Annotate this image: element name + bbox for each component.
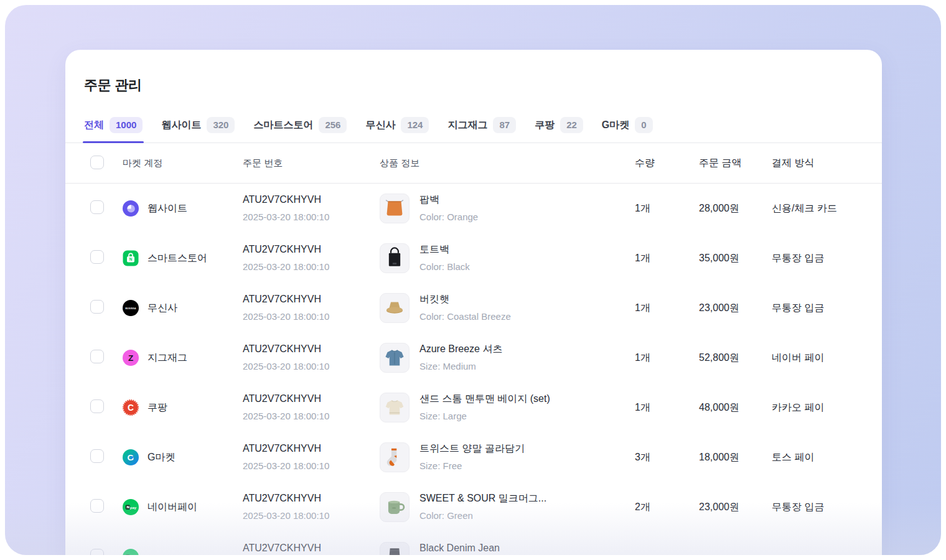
tab-count-badge: 0 (635, 117, 652, 133)
page-background: 주문 관리 전체 1000 웹사이트 320 스마트스토어 256 무신사 12… (0, 0, 946, 560)
lavender-backdrop: 주문 관리 전체 1000 웹사이트 320 스마트스토어 256 무신사 12… (5, 5, 941, 555)
product-name: 버킷햇 (419, 292, 511, 307)
tab-count-badge: 22 (560, 117, 583, 133)
header-order-number: 주문 번호 (243, 157, 380, 169)
tab-website[interactable]: 웹사이트 320 (161, 117, 235, 133)
tab-gmarket[interactable]: G마켓 0 (602, 117, 653, 133)
tab-musinsa[interactable]: 무신사 124 (365, 117, 429, 133)
order-number: ATU2V7CKHYVH (243, 391, 380, 406)
bucket-hat-image (380, 293, 410, 323)
black-jeans-image (380, 542, 410, 555)
tab-coupang[interactable]: 쿠팡 22 (535, 117, 583, 133)
tab-label: 쿠팡 (535, 119, 555, 132)
order-date: 2025-03-20 18:00:10 (243, 508, 380, 523)
svg-text:Z: Z (128, 353, 133, 363)
product-attribute: Size: Medium (419, 359, 502, 374)
row-checkbox[interactable] (90, 499, 104, 513)
product-attribute: Color: Black (419, 259, 470, 274)
svg-text:MUSINSA: MUSINSA (125, 307, 136, 310)
header-product-info: 상품 정보 (380, 157, 629, 169)
order-amount: 23,000원 (693, 302, 766, 315)
orange-pouch-image (380, 194, 410, 223)
order-management-card: 주문 관리 전체 1000 웹사이트 320 스마트스토어 256 무신사 12… (65, 50, 882, 555)
tab-smartstore[interactable]: 스마트스토어 256 (253, 117, 347, 133)
header-market: 마켓 계정 (123, 157, 243, 169)
quantity: 3개 (629, 451, 693, 464)
row-checkbox[interactable] (90, 399, 104, 413)
tab-all[interactable]: 전체 1000 (84, 117, 143, 133)
tab-count-badge: 320 (207, 117, 235, 133)
quantity: 1개 (629, 252, 693, 265)
payment-method: 네이버 페이 (766, 352, 863, 365)
market-name: 네이버페이 (148, 501, 197, 514)
order-number: ATU2V7CKHYVH (243, 491, 380, 506)
market-name: 지그재그 (148, 352, 187, 365)
table-row: 웹사이트 ATU2V7CKHYVH 2025-03-20 18:00:10 팝백… (84, 184, 863, 233)
order-number: ATU2V7CKHYVH (243, 242, 380, 257)
market-name: 스마트스토어 (148, 252, 207, 265)
payment-method: 토스 페이 (766, 451, 863, 464)
tab-zigzag[interactable]: 지그재그 87 (447, 117, 516, 133)
quantity: 2개 (629, 501, 693, 514)
tab-label: 무신사 (365, 119, 395, 132)
order-date: 2025-03-20 18:00:10 (243, 210, 380, 225)
order-number: ATU2V7CKHYVH (243, 292, 380, 307)
table-row: Z 지그재그 ATU2V7CKHYVH 2025-03-20 18:00:10 … (84, 333, 863, 383)
table-row: N 스마트스토어 ATU2V7CKHYVH 2025-03-20 18:00:1… (84, 233, 863, 283)
svg-text:pay: pay (130, 506, 137, 510)
page-title: 주문 관리 (84, 76, 863, 95)
row-checkbox[interactable] (90, 300, 104, 314)
svg-text:N: N (129, 257, 133, 261)
payment-method: 무통장 입금 (766, 252, 863, 265)
order-amount: 28,000원 (693, 202, 766, 215)
musinsa-icon: MUSINSA (123, 300, 139, 316)
order-amount: 23,000원 (693, 501, 766, 514)
tab-label: 스마트스토어 (253, 119, 313, 132)
product-name: 토트백 (419, 242, 470, 257)
tab-label: 지그재그 (447, 119, 487, 132)
product-name: Azure Breeze 셔츠 (419, 342, 502, 357)
payment-method: 무통장 입금 (766, 302, 863, 315)
row-checkbox[interactable] (90, 200, 104, 214)
product-attribute: Color: Coastal Breeze (419, 309, 511, 324)
order-number: ATU2V7CKHYVH (243, 192, 380, 207)
row-checkbox[interactable] (90, 250, 104, 264)
payment-method: 무통장 입금 (766, 501, 863, 514)
quantity: 1개 (629, 401, 693, 414)
market-name: 웹사이트 (148, 202, 187, 215)
tab-bar: 전체 1000 웹사이트 320 스마트스토어 256 무신사 124 지그재그… (65, 117, 882, 143)
order-amount: 18,000원 (693, 451, 766, 464)
row-checkbox[interactable] (90, 449, 104, 463)
table-row: pay 네이버페이 ATU2V7CKHYVH 2025-03-20 18:00:… (84, 482, 863, 532)
table-row: G G마켓 ATU2V7CKHYVH 2025-03-20 18:00:10 트… (84, 432, 863, 482)
product-name: SWEET & SOUR 밀크머그... (419, 491, 546, 506)
product-attribute: Color: Green (419, 508, 546, 523)
order-number: ATU2V7CKHYVH (243, 441, 380, 456)
product-attribute: Size: Free (419, 459, 525, 474)
select-all-checkbox[interactable] (90, 156, 104, 169)
order-date: 2025-03-20 18:00:10 (243, 259, 380, 274)
table-row: pay ATU2V7CKHYVH Black Denim Jean (84, 532, 863, 555)
table-header-row: 마켓 계정 주문 번호 상품 정보 수량 주문 금액 결제 방식 (65, 143, 882, 184)
product-name: 트위스트 양말 골라담기 (419, 441, 525, 456)
order-date: 2025-03-20 18:00:10 (243, 359, 380, 374)
naverpay-icon: pay (123, 499, 139, 515)
cream-sweatshirt-image (380, 393, 410, 422)
market-name: 쿠팡 (148, 401, 167, 414)
tab-count-badge: 87 (493, 117, 516, 133)
website-icon (123, 200, 139, 217)
payment-method: 카카오 페이 (766, 401, 863, 414)
row-checkbox[interactable] (90, 549, 104, 555)
order-date: 2025-03-20 18:00:10 (243, 409, 380, 424)
order-amount: 35,000원 (693, 252, 766, 265)
tab-label: 전체 (84, 119, 104, 132)
socks-image (380, 442, 410, 472)
order-number: ATU2V7CKHYVH (243, 342, 380, 357)
product-name: 팝백 (419, 192, 478, 207)
order-number: ATU2V7CKHYVH (243, 541, 380, 555)
order-date: 2025-03-20 18:00:10 (243, 459, 380, 474)
table-row: MUSINSA 무신사 ATU2V7CKHYVH 2025-03-20 18:0… (84, 283, 863, 333)
row-checkbox[interactable] (90, 350, 104, 363)
product-name: Black Denim Jean (419, 541, 500, 555)
product-attribute: Size: Large (419, 409, 550, 424)
